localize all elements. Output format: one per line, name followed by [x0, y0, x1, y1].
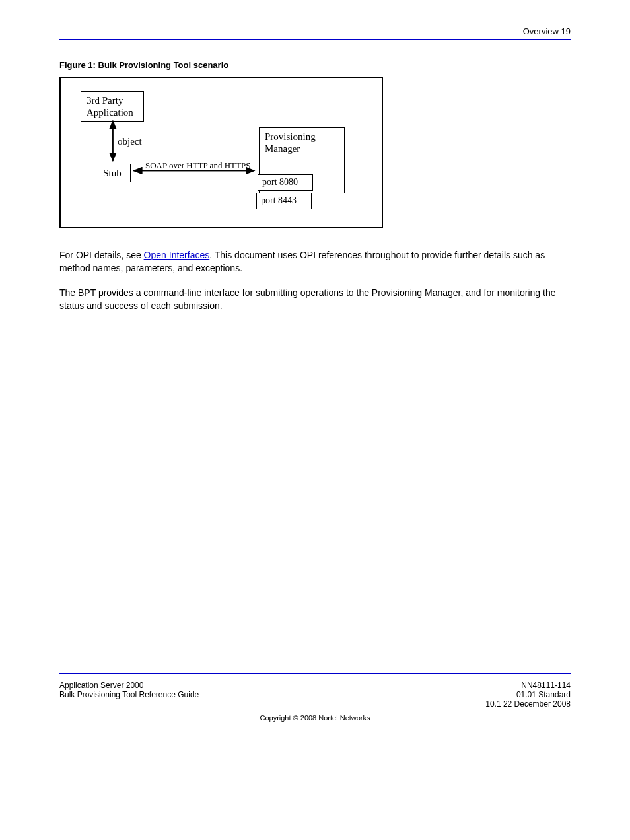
- label-object: object: [118, 136, 142, 147]
- footer-right-line2: 01.01 Standard: [485, 690, 571, 699]
- footer-left: Application Server 2000 Bulk Provisionin…: [59, 681, 199, 709]
- page-footer: Application Server 2000 Bulk Provisionin…: [59, 681, 571, 709]
- p1-text-a: For OPI details, see: [59, 250, 144, 260]
- footer-left-line2: Bulk Provisioning Tool Reference Guide: [59, 690, 199, 699]
- box-third-party-line2: Application: [87, 106, 138, 118]
- figure-diagram: 3rd Party Application object Stub SOAP o…: [59, 77, 383, 228]
- content-spacer: [59, 323, 571, 666]
- footer-copyright: Copyright © 2008 Nortel Networks: [59, 714, 571, 722]
- page-header: Overview 19: [59, 26, 571, 36]
- label-soap: SOAP over HTTP and HTTPS: [145, 160, 250, 171]
- footer-rule: [59, 673, 571, 674]
- box-third-party: 3rd Party Application: [81, 91, 144, 122]
- footer-right-line3: 10.1 22 December 2008: [485, 699, 571, 709]
- link-open-interfaces[interactable]: Open Interfaces: [144, 250, 210, 260]
- box-provmgr-line1: Provisioning: [265, 131, 339, 143]
- box-port-8080: port 8080: [258, 174, 313, 191]
- footer-left-line1: Application Server 2000: [59, 681, 199, 690]
- paragraph-2: The BPT provides a command-line interfac…: [59, 286, 571, 313]
- footer-right-line1: NN48111-114: [485, 681, 571, 690]
- footer-right: NN48111-114 01.01 Standard 10.1 22 Decem…: [485, 681, 571, 709]
- box-stub: Stub: [94, 164, 131, 182]
- paragraph-1: For OPI details, see Open Interfaces. Th…: [59, 248, 571, 275]
- box-provmgr-line2: Manager: [265, 143, 339, 155]
- box-third-party-line1: 3rd Party: [87, 94, 138, 106]
- figure-caption: Figure 1: Bulk Provisioning Tool scenari…: [59, 60, 571, 70]
- box-port-8443: port 8443: [256, 193, 312, 209]
- header-rule: [59, 39, 571, 40]
